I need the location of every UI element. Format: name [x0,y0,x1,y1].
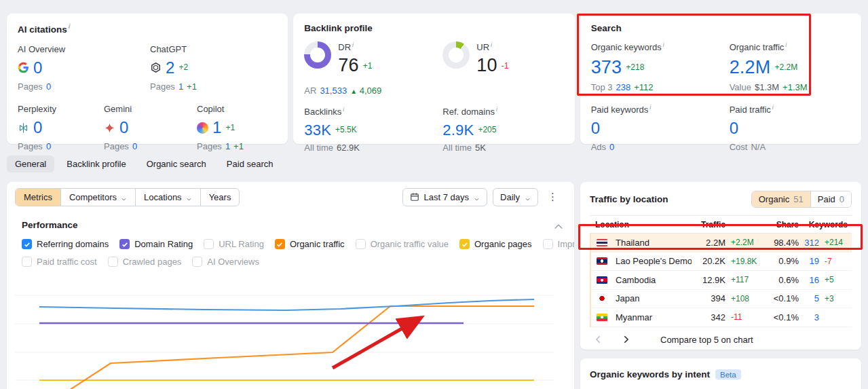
info-icon[interactable]: i [343,106,344,113]
metric-label: AI Overview [18,44,150,55]
pages-label: Pages [18,141,43,152]
metrics-button[interactable]: Metrics [16,189,60,206]
keywords-value[interactable]: 3 [799,312,819,322]
japan-flag [597,295,607,302]
checkbox-url-rating[interactable]: URL Rating [204,239,264,249]
years-button[interactable]: Years [200,189,240,206]
cost-value: N/A [751,142,766,153]
tab-backlink-profile[interactable]: Backlink profile [58,155,134,172]
column-share[interactable]: Share [761,220,799,229]
organic-traffic-value[interactable]: 2.2M [730,56,771,79]
pages-delta: +1 [233,141,244,152]
info-icon[interactable]: i [785,41,787,48]
backlink-profile-title: Backlink profile [304,23,563,33]
chart-toolbar: Metrics Competitors Locations Years Last… [7,187,574,206]
paid-traffic-value[interactable]: 0 [730,118,739,138]
metric-label: Perplexity [18,104,104,115]
top3-value[interactable]: 238 [616,82,630,93]
tab-general[interactable]: General [7,155,54,172]
performance-line-chart[interactable] [15,276,566,389]
column-keywords[interactable]: Keywords [799,220,848,229]
performance-card: Metrics Competitors Locations Years Last… [7,182,574,389]
checkbox-referring-domains[interactable]: Referring domains [22,239,109,249]
checkbox-crawled-pages[interactable]: Crawled pages [108,257,182,267]
alltime-label: All time [442,143,472,153]
perplexity-value[interactable]: 0 [33,117,43,138]
keywords-value[interactable]: 16 [799,275,819,285]
gemini-value[interactable]: 0 [119,117,129,138]
keywords-value[interactable]: 19 [799,256,819,266]
pages-label: Pages [104,141,129,152]
checkbox-organic-traffic-value[interactable]: Organic traffic value [356,239,449,249]
tab-organic-search[interactable]: Organic search [138,155,214,172]
checkbox-ai-overviews[interactable]: AI Overviews [192,257,259,267]
location-name: Japan [613,293,692,303]
dr-donut [304,41,331,69]
date-range-button[interactable]: Last 7 days [402,188,488,206]
checkbox-domain-rating[interactable]: Domain Rating [119,239,193,249]
alltime-value: 5K [475,143,486,153]
table-row-myanmar[interactable]: Myanmar 342 -11 <0.1% 3 [591,308,852,327]
info-icon[interactable]: i [69,23,71,30]
checkbox-impressions[interactable]: Impressions [543,239,574,249]
pages-value[interactable]: 0 [132,141,137,152]
checkbox-organic-pages[interactable]: Organic pages [459,239,532,249]
dr-label: DR [338,42,351,52]
tab-paid-search[interactable]: Paid search [219,155,282,172]
prev-page-icon[interactable] [594,335,603,344]
checkbox-icon [459,239,470,249]
metric-label: Paid traffic [730,105,771,115]
next-page-icon[interactable] [621,335,630,344]
metric-organic-keywords: Organic keywordsi 373+218 Top 3238+112 [591,41,730,94]
organic-keywords-delta: +218 [626,62,644,73]
column-traffic[interactable]: Traffic [692,220,725,229]
compare-top5-link[interactable]: Compare top 5 on chart [660,335,753,345]
keywords-delta: +214 [819,238,848,247]
pages-value[interactable]: 0 [46,81,51,92]
collapse-chevron-up-icon[interactable] [554,222,563,229]
ref-domains-value[interactable]: 2.9K [442,121,474,140]
ads-value[interactable]: 0 [609,142,614,153]
table-row-thailand[interactable]: Thailand 2.2M +2.2M 98.4% 312 +214 [591,234,852,253]
table-row-laos[interactable]: Lao People's Democratic Reput 20.2K +19.… [591,253,852,272]
checkbox-paid-traffic-cost[interactable]: Paid traffic cost [22,257,97,267]
paid-keywords-value[interactable]: 0 [591,118,601,138]
info-icon[interactable]: i [772,104,774,111]
info-icon[interactable]: i [496,106,497,113]
info-icon[interactable]: i [352,41,354,48]
column-location[interactable]: Location [595,220,692,229]
traffic-delta: +2.2M [725,238,761,247]
info-icon[interactable]: i [649,104,651,111]
keywords-value[interactable]: 312 [799,238,819,248]
info-icon[interactable]: i [491,41,492,48]
chatgpt-value[interactable]: 2 [166,58,175,78]
triangle-up-icon: ▲ [350,88,357,95]
checkbox-organic-traffic[interactable]: Organic traffic [275,239,345,249]
granularity-button[interactable]: Daily [493,188,538,206]
table-row-japan[interactable]: Japan 394 +108 <0.1% 5 +3 [591,290,852,309]
organic-keywords-value[interactable]: 373 [591,56,622,79]
backlinks-value[interactable]: 33K [304,121,331,140]
competitors-button[interactable]: Competitors [60,189,135,206]
toggle-paid[interactable]: Paid0 [811,191,851,207]
metric-label: Backlinks [304,107,341,117]
ar-value[interactable]: 31,533 [320,86,347,96]
keywords-value[interactable]: 5 [799,293,819,303]
laos-flag [597,257,607,265]
table-row-cambodia[interactable]: Cambodia 12.9K +117 0.6% 16 +5 [591,271,852,290]
pages-value[interactable]: 0 [46,141,51,152]
dr-value[interactable]: 76 [338,55,358,76]
search-card: Search Organic keywordsi 373+218 Top 323… [580,14,861,144]
copilot-value[interactable]: 1 [212,117,222,138]
ai-overview-value[interactable]: 0 [33,58,43,78]
pages-value[interactable]: 1 [178,81,183,92]
checkbox-icon [356,239,366,249]
ur-value[interactable]: 10 [476,55,497,76]
toggle-organic[interactable]: Organic51 [752,191,811,207]
value-amount: $1.3M [755,82,779,93]
kebab-menu-icon[interactable]: ⋮ [544,191,562,203]
info-icon[interactable]: i [663,41,664,48]
pages-value[interactable]: 1 [225,141,230,152]
locations-button[interactable]: Locations [135,189,200,206]
location-table-body: Thailand 2.2M +2.2M 98.4% 312 +214 Lao P… [590,234,852,327]
